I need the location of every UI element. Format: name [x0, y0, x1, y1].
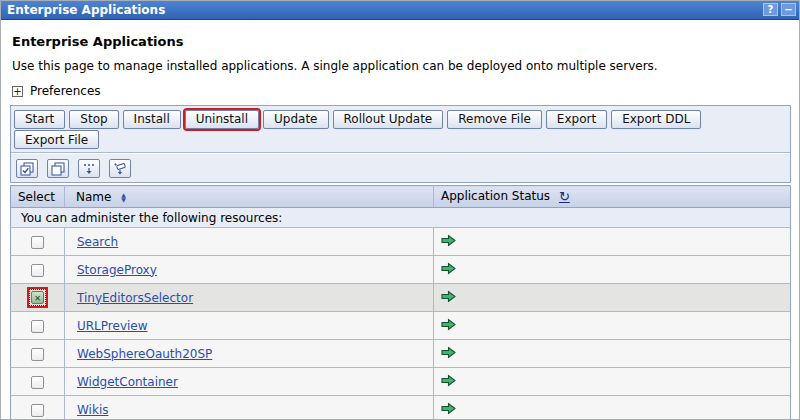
column-header-name: Name ▲ ▼ — [65, 186, 434, 208]
table-row-wikis: Wikis — [11, 396, 791, 420]
row-checkbox[interactable] — [31, 404, 44, 417]
app-link-search[interactable]: Search — [77, 235, 118, 249]
row-checkbox[interactable] — [31, 376, 44, 389]
action-toolbar: StartStopInstallUninstallUpdateRollout U… — [11, 106, 790, 153]
window-title: Enterprise Applications — [7, 3, 165, 17]
app-link-storageproxy[interactable]: StorageProxy — [77, 263, 157, 277]
title-bar-controls: ? − — [763, 3, 796, 16]
row-checkbox[interactable] — [31, 264, 44, 277]
table-row-tinyeditorsselector: ✕TinyEditorsSelector — [11, 284, 791, 312]
page-content: Enterprise Applications Use this page to… — [1, 20, 799, 420]
table-toolbar: StartStopInstallUninstallUpdateRollout U… — [10, 105, 791, 183]
toolbar-button-start[interactable]: Start — [14, 110, 65, 129]
started-status-icon — [441, 346, 456, 359]
preferences-toggle[interactable]: + Preferences — [12, 84, 790, 98]
deselect-all-button[interactable] — [47, 159, 69, 178]
window-title-bar: Enterprise Applications ? − — [1, 1, 799, 20]
table-row-widgetcontainer: WidgetContainer — [11, 368, 791, 396]
deselect-all-icon — [51, 162, 65, 176]
refresh-status-icon[interactable]: ↻ — [559, 189, 570, 204]
app-link-tinyeditorsselector[interactable]: TinyEditorsSelector — [77, 291, 193, 305]
started-status-icon — [441, 402, 456, 415]
preferences-label: Preferences — [30, 84, 101, 98]
started-status-icon — [441, 374, 456, 387]
row-checkbox[interactable] — [31, 236, 44, 249]
row-checkbox[interactable]: ✕ — [31, 291, 44, 304]
toolbar-button-export-ddl[interactable]: Export DDL — [611, 110, 701, 129]
help-icon[interactable]: ? — [763, 3, 778, 16]
table-row-storageproxy: StorageProxy — [11, 256, 791, 284]
row-checkbox[interactable] — [31, 320, 44, 333]
toolbar-button-rollout-update[interactable]: Rollout Update — [333, 110, 444, 129]
toolbar-button-uninstall[interactable]: Uninstall — [185, 110, 259, 129]
table-header-row: Select Name ▲ ▼ Application Status ↻ — [11, 186, 791, 208]
toolbar-button-export-file[interactable]: Export File — [14, 130, 99, 149]
table-caption-text: You can administer the following resourc… — [11, 208, 791, 228]
page-description: Use this page to manage installed applic… — [12, 59, 790, 73]
toolbar-button-export[interactable]: Export — [546, 110, 607, 129]
toolbar-button-update[interactable]: Update — [263, 110, 328, 129]
table-row-urlpreview: URLPreview — [11, 312, 791, 340]
table-row-search: Search — [11, 228, 791, 256]
expand-icon[interactable]: + — [12, 86, 23, 97]
toolbar-button-install[interactable]: Install — [123, 110, 181, 129]
show-filter-button[interactable] — [78, 159, 100, 178]
started-status-icon — [441, 262, 456, 275]
sort-icon[interactable]: ▲ ▼ — [121, 192, 126, 202]
app-link-wikis[interactable]: Wikis — [77, 403, 108, 417]
clear-filter-button[interactable] — [109, 159, 131, 178]
started-status-icon — [441, 290, 456, 303]
toolbar-button-stop[interactable]: Stop — [69, 110, 118, 129]
enterprise-applications-window: Enterprise Applications ? − Enterprise A… — [0, 0, 800, 420]
app-link-widgetcontainer[interactable]: WidgetContainer — [77, 375, 178, 389]
applications-table: Select Name ▲ ▼ Application Status ↻ — [10, 185, 791, 420]
select-all-button[interactable] — [16, 159, 38, 178]
row-checkbox[interactable] — [31, 348, 44, 361]
highlight-box: ✕ — [29, 289, 46, 306]
select-all-icon — [20, 162, 34, 176]
table-caption-row: You can administer the following resourc… — [11, 208, 791, 228]
toolbar-button-remove-file[interactable]: Remove File — [447, 110, 542, 129]
checkbox-focus-ring: ✕ — [29, 289, 46, 306]
icon-toolbar — [11, 153, 790, 182]
table-row-websphereoauth20sp: WebSphereOauth20SP — [11, 340, 791, 368]
column-header-select: Select — [11, 186, 65, 208]
clear-filter-icon — [113, 162, 127, 176]
minimize-icon[interactable]: − — [781, 3, 796, 16]
column-header-application-status: Application Status ↻ — [434, 186, 791, 208]
app-link-urlpreview[interactable]: URLPreview — [77, 319, 148, 333]
started-status-icon — [441, 234, 456, 247]
show-filter-icon — [82, 162, 96, 176]
app-link-websphereoauth20sp[interactable]: WebSphereOauth20SP — [77, 347, 212, 361]
page-title: Enterprise Applications — [12, 34, 790, 49]
app-table-body: You can administer the following resourc… — [11, 208, 791, 420]
started-status-icon — [441, 318, 456, 331]
